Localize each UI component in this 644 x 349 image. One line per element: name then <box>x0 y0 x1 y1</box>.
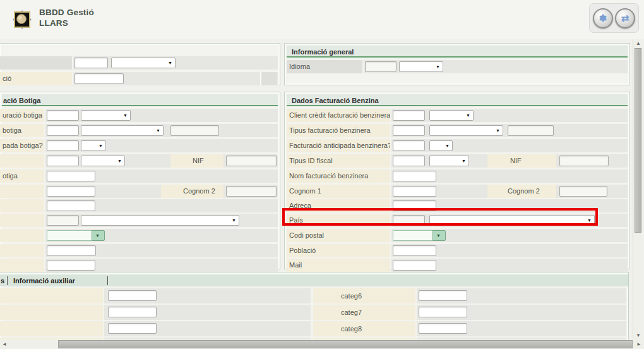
field-label: categ7 <box>313 305 415 320</box>
dropdown[interactable] <box>81 215 239 226</box>
empty-cell <box>260 72 277 85</box>
scroll-up-icon[interactable]: ▲ <box>636 40 641 46</box>
text-input[interactable] <box>47 171 95 181</box>
field-label: Tipus ID fiscal <box>287 154 390 168</box>
chevron-down-icon <box>98 144 103 148</box>
field-label: Nom facturació benzinera <box>287 169 390 183</box>
text-input[interactable] <box>108 290 157 301</box>
text-input[interactable] <box>419 323 467 334</box>
horizontal-scrollbar[interactable]: ◄ ► <box>0 340 644 349</box>
pais-dropdown[interactable] <box>429 215 595 226</box>
text-input[interactable] <box>559 186 607 197</box>
field-label: pada botiga? <box>0 139 44 152</box>
field-label: Mail <box>287 259 390 272</box>
pais-code-input[interactable] <box>393 215 425 226</box>
dropdown[interactable] <box>81 110 131 121</box>
chevron-down-icon <box>445 144 450 148</box>
dropdown[interactable] <box>429 156 469 166</box>
app-logo-icon <box>8 6 36 34</box>
field-label <box>0 321 103 336</box>
vertical-scrollbar[interactable]: ▲ ▼ <box>633 39 642 340</box>
nif-input[interactable] <box>559 156 609 166</box>
field-label: uració botiga <box>0 109 44 122</box>
text-input[interactable] <box>393 200 436 211</box>
scroll-left-icon[interactable]: ◄ <box>2 341 7 347</box>
chevron-down-icon <box>156 128 160 133</box>
field-label <box>0 214 44 227</box>
field-label <box>0 229 44 242</box>
app-window: BBDD Gestió LLARS ✽ ⇄ ció Informació gen… <box>0 0 644 349</box>
tab-partial[interactable]: s <box>1 277 4 285</box>
text-input[interactable] <box>47 186 95 197</box>
text-input[interactable] <box>75 73 124 84</box>
text-input[interactable] <box>393 171 436 181</box>
tab-informacio-auxiliar[interactable]: Informació auxiliar <box>13 277 75 285</box>
text-input[interactable] <box>393 140 425 151</box>
text-input[interactable] <box>47 245 96 256</box>
field-label: Cognom 2 <box>161 185 224 198</box>
field-label <box>0 154 44 168</box>
field-label <box>0 288 103 303</box>
idioma-code-input[interactable] <box>365 61 397 72</box>
field-label <box>0 259 44 272</box>
text-input[interactable] <box>419 290 467 301</box>
lookup-combo[interactable] <box>47 230 105 241</box>
text-input[interactable] <box>170 125 219 136</box>
horizontal-scroll-thumb[interactable] <box>58 340 633 348</box>
text-input[interactable] <box>47 200 95 211</box>
text-input[interactable] <box>393 110 425 121</box>
field-label <box>0 305 103 320</box>
text-input[interactable] <box>393 125 425 136</box>
text-input[interactable] <box>47 110 79 121</box>
field-label: categ8 <box>313 321 415 336</box>
dropdown[interactable] <box>81 140 106 151</box>
tab-separator <box>107 276 108 285</box>
field-label <box>0 199 44 212</box>
refresh-button[interactable]: ⇄ <box>615 8 635 28</box>
text-input[interactable] <box>393 156 425 166</box>
text-input[interactable] <box>47 156 79 166</box>
codi-postal-combo[interactable] <box>393 230 446 241</box>
scroll-down-icon[interactable]: ▼ <box>636 333 641 338</box>
panel-benzina: Dados Facturació Benzina Client crèdit f… <box>284 92 630 269</box>
text-input[interactable] <box>75 58 108 68</box>
tab-bar: s Informació auxiliar <box>0 274 628 286</box>
scroll-right-icon[interactable]: ► <box>636 341 641 347</box>
header-button-panel: ✽ ⇄ <box>589 3 639 33</box>
text-input[interactable] <box>508 125 554 136</box>
text-input[interactable] <box>47 260 95 271</box>
dropdown[interactable] <box>81 156 125 166</box>
chevron-down-icon <box>462 159 466 163</box>
text-input[interactable] <box>393 245 436 256</box>
chevron-down-icon <box>117 159 122 163</box>
field-label: NIF <box>170 154 224 168</box>
lookup-combo-button[interactable] <box>92 230 105 241</box>
vertical-scroll-thumb[interactable] <box>635 48 641 233</box>
flower-icon: ✽ <box>599 13 607 23</box>
panel-auxiliar: s Informació auxiliar categ6 categ7 <box>0 272 629 341</box>
text-input[interactable] <box>108 323 157 334</box>
idioma-dropdown[interactable] <box>399 61 443 72</box>
text-input[interactable] <box>47 215 79 226</box>
dropdown[interactable] <box>111 58 176 68</box>
field-label: Client crèdit facturació benzinera <box>287 109 390 122</box>
text-input[interactable] <box>393 260 436 271</box>
panel-title: Dados Facturació Benzina <box>287 94 628 106</box>
text-input[interactable] <box>47 140 79 151</box>
text-input[interactable] <box>47 125 79 136</box>
chevron-down-icon <box>95 233 100 238</box>
nif-input[interactable] <box>226 156 277 166</box>
dropdown[interactable] <box>429 110 474 121</box>
dropdown[interactable] <box>429 140 453 151</box>
dropdown[interactable] <box>81 125 164 136</box>
dropdown[interactable] <box>429 125 503 136</box>
text-input[interactable] <box>108 307 157 317</box>
chevron-down-icon <box>587 218 592 223</box>
text-input[interactable] <box>393 186 436 197</box>
text-input[interactable] <box>419 307 467 317</box>
chevron-down-icon <box>123 113 128 118</box>
flower-button[interactable]: ✽ <box>593 8 613 28</box>
field-label <box>0 185 44 198</box>
text-input[interactable] <box>226 186 277 197</box>
lookup-combo-button[interactable] <box>432 230 446 241</box>
